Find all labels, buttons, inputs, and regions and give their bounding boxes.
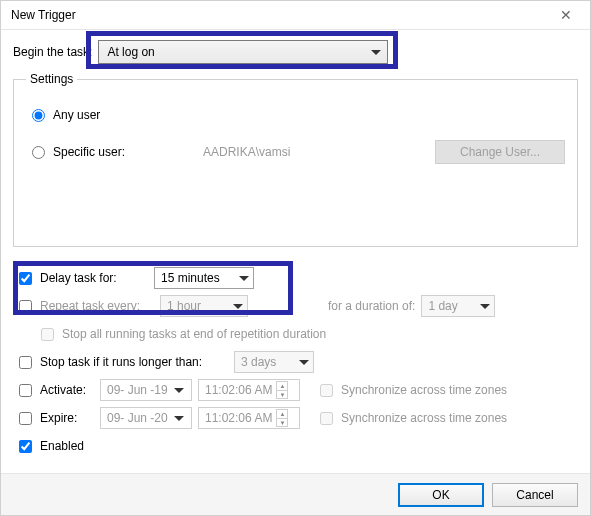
stop-task-select: 3 days [234, 351, 314, 373]
begin-task-value: At log on [107, 45, 154, 59]
calendar-dropdown-icon [174, 388, 184, 393]
cancel-button[interactable]: Cancel [492, 483, 578, 507]
chevron-down-icon [480, 304, 490, 309]
chevron-down-icon [233, 304, 243, 309]
ok-label: OK [432, 488, 449, 502]
activate-time-value: 11:02:06 AM [205, 383, 272, 397]
repeat-task-checkbox[interactable] [19, 300, 32, 313]
begin-task-select[interactable]: At log on [98, 40, 388, 64]
activate-sync-checkbox [320, 384, 333, 397]
advanced-settings-group: Delay task for: 15 minutes Repeat task e… [13, 265, 578, 459]
dialog-footer: OK Cancel [1, 473, 590, 515]
delay-task-checkbox[interactable] [19, 272, 32, 285]
expire-time-picker: 11:02:06 AM ▲▼ [198, 407, 300, 429]
specific-user-label: Specific user: [53, 145, 203, 159]
chevron-down-icon [239, 276, 249, 281]
activate-date-picker: 09- Jun -19 [100, 379, 192, 401]
expire-sync-label: Synchronize across time zones [341, 411, 507, 425]
stop-task-checkbox[interactable] [19, 356, 32, 369]
settings-legend: Settings [26, 72, 77, 86]
expire-sync-checkbox [320, 412, 333, 425]
activate-date-value: 09- Jun -19 [107, 383, 168, 397]
expire-date-value: 09- Jun -20 [107, 411, 168, 425]
titlebar: New Trigger ✕ [1, 1, 590, 30]
any-user-label: Any user [53, 108, 100, 122]
expire-checkbox[interactable] [19, 412, 32, 425]
time-spinner-icon: ▲▼ [276, 381, 288, 399]
repeat-task-select: 1 hour [160, 295, 248, 317]
specific-user-value: AADRIKA\vamsi [203, 145, 383, 159]
time-spinner-icon: ▲▼ [276, 409, 288, 427]
repeat-task-value: 1 hour [167, 299, 201, 313]
settings-group: Settings Any user Specific user: AADRIKA… [13, 72, 578, 247]
expire-time-value: 11:02:06 AM [205, 411, 272, 425]
delay-task-select[interactable]: 15 minutes [154, 267, 254, 289]
enabled-label: Enabled [40, 439, 84, 453]
ok-button[interactable]: OK [398, 483, 484, 507]
chevron-down-icon [371, 50, 381, 55]
specific-user-radio[interactable] [32, 146, 45, 159]
expire-date-picker: 09- Jun -20 [100, 407, 192, 429]
any-user-radio[interactable] [32, 109, 45, 122]
repeat-duration-value: 1 day [428, 299, 457, 313]
change-user-button: Change User... [435, 140, 565, 164]
cancel-label: Cancel [516, 488, 553, 502]
window-title: New Trigger [11, 8, 76, 22]
activate-sync-label: Synchronize across time zones [341, 383, 507, 397]
chevron-down-icon [299, 360, 309, 365]
stop-task-value: 3 days [241, 355, 276, 369]
activate-checkbox[interactable] [19, 384, 32, 397]
close-icon: ✕ [560, 7, 572, 23]
stop-running-label: Stop all running tasks at end of repetit… [62, 327, 326, 341]
enabled-checkbox[interactable] [19, 440, 32, 453]
repeat-duration-select: 1 day [421, 295, 495, 317]
activate-label: Activate: [40, 383, 100, 397]
change-user-label: Change User... [460, 145, 540, 159]
activate-time-picker: 11:02:06 AM ▲▼ [198, 379, 300, 401]
expire-label: Expire: [40, 411, 100, 425]
close-button[interactable]: ✕ [546, 1, 586, 29]
delay-task-label: Delay task for: [40, 271, 154, 285]
begin-task-label: Begin the task: [13, 45, 92, 59]
stop-running-checkbox [41, 328, 54, 341]
stop-task-label: Stop task if it runs longer than: [40, 355, 234, 369]
calendar-dropdown-icon [174, 416, 184, 421]
delay-task-value: 15 minutes [161, 271, 220, 285]
repeat-task-label: Repeat task every: [40, 299, 160, 313]
repeat-duration-label: for a duration of: [328, 299, 415, 313]
